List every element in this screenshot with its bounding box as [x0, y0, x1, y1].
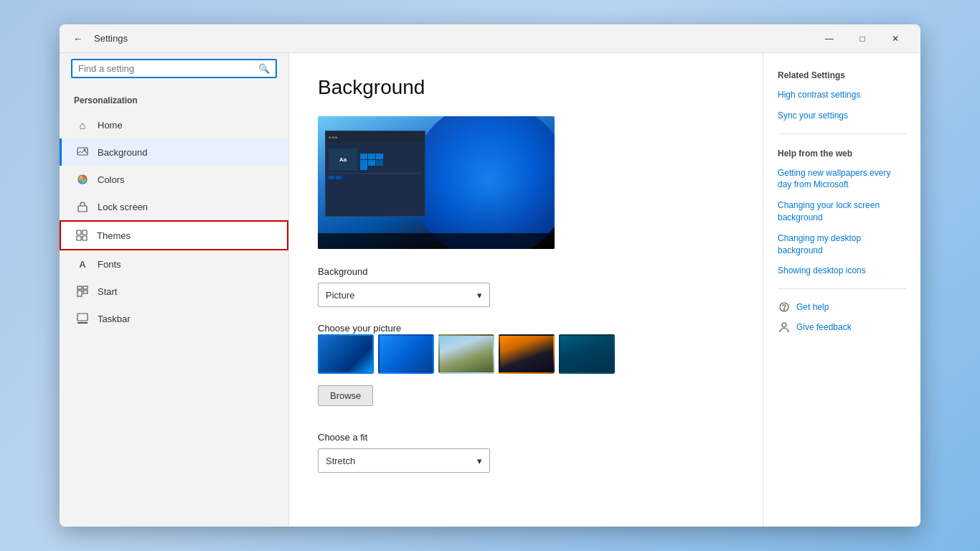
content-area: 🔍 Personalization ⌂ Home Background: [60, 53, 920, 527]
themes-icon: [75, 229, 88, 242]
search-box[interactable]: 🔍: [71, 59, 277, 78]
choose-picture-label: Choose your picture: [318, 323, 401, 334]
picture-thumb-3[interactable]: [438, 334, 494, 374]
svg-rect-12: [77, 314, 88, 321]
picture-thumb-5[interactable]: [559, 334, 615, 374]
svg-rect-13: [77, 322, 88, 324]
svg-rect-6: [77, 236, 81, 240]
choose-fit-label: Choose a fit: [318, 432, 734, 443]
preview-window-title: ■ ■ ■: [326, 131, 425, 143]
sidebar-item-label-taskbar: Taskbar: [98, 314, 131, 324]
sidebar: 🔍 Personalization ⌂ Home Background: [60, 53, 289, 527]
desktop-icons-link[interactable]: Showing desktop icons: [778, 265, 906, 277]
sidebar-item-taskbar[interactable]: Taskbar: [60, 305, 288, 332]
svg-point-1: [84, 149, 86, 151]
sidebar-item-label-background: Background: [98, 147, 147, 158]
search-input[interactable]: [78, 63, 258, 74]
sidebar-item-label-fonts: Fonts: [98, 259, 121, 270]
back-icon: ←: [73, 33, 83, 44]
preview-flower: [411, 116, 555, 249]
svg-rect-5: [83, 230, 87, 235]
give-feedback-icon: [778, 321, 791, 334]
sync-settings-link[interactable]: Sync your settings: [778, 110, 906, 122]
svg-rect-7: [83, 236, 87, 240]
lockscreen-icon: [76, 200, 89, 213]
related-settings-title: Related Settings: [778, 70, 906, 80]
sidebar-item-start[interactable]: Start: [60, 278, 288, 305]
sidebar-item-label-start: Start: [98, 286, 117, 297]
background-section: Background Picture ▾: [318, 266, 734, 307]
search-icon: 🔍: [258, 63, 270, 74]
help-web-title: Help from the web: [778, 149, 906, 159]
sidebar-item-home[interactable]: ⌂ Home: [60, 111, 288, 138]
background-preview: ■ ■ ■ Aa: [318, 116, 555, 249]
picture-thumb-2[interactable]: [378, 334, 434, 374]
back-button[interactable]: ←: [68, 29, 88, 49]
sidebar-item-label-colors: Colors: [98, 174, 125, 185]
get-help-label: Get help: [796, 302, 829, 312]
preview-settings-window: ■ ■ ■ Aa: [325, 131, 425, 217]
start-icon: [76, 285, 89, 298]
give-feedback-action[interactable]: Give feedback: [778, 321, 906, 334]
related-divider: [778, 133, 906, 134]
title-bar: ← Settings — □ ✕: [60, 24, 920, 53]
give-feedback-label: Give feedback: [796, 322, 852, 332]
picture-thumb-4[interactable]: [499, 334, 555, 374]
sidebar-item-colors[interactable]: Colors: [60, 166, 288, 193]
taskbar-icon: [76, 312, 89, 325]
sidebar-item-label-home: Home: [98, 120, 123, 131]
right-panel: Related Settings High contrast settings …: [763, 53, 920, 527]
svg-point-16: [782, 323, 786, 327]
new-wallpapers-link[interactable]: Getting new wallpapers every day from Mi…: [778, 167, 906, 192]
svg-point-15: [783, 309, 784, 310]
svg-rect-4: [77, 230, 81, 235]
settings-window: ← Settings — □ ✕ 🔍 Personalization ⌂ Hom…: [60, 24, 920, 527]
page-title: Background: [318, 76, 734, 99]
sidebar-item-background[interactable]: Background: [60, 138, 288, 166]
sidebar-item-lockscreen[interactable]: Lock screen: [60, 193, 288, 220]
window-controls: — □ ✕: [813, 24, 912, 53]
high-contrast-link[interactable]: High contrast settings: [778, 89, 906, 101]
fit-select[interactable]: Stretch ▾: [318, 448, 490, 473]
desktop-bg-link[interactable]: Changing my desktop background: [778, 232, 906, 257]
sidebar-item-themes[interactable]: Themes: [60, 220, 288, 250]
picture-thumb-1[interactable]: [318, 334, 374, 374]
svg-rect-8: [77, 286, 82, 289]
get-help-action[interactable]: Get help: [778, 301, 906, 314]
sidebar-item-fonts[interactable]: A Fonts: [60, 250, 288, 278]
maximize-button[interactable]: □: [846, 24, 879, 53]
choose-picture-section: Choose your picture Browse: [318, 321, 734, 420]
background-select[interactable]: Picture ▾: [318, 283, 490, 307]
home-icon: ⌂: [76, 118, 89, 131]
background-icon: [76, 146, 89, 159]
preview-taskbar: [318, 233, 555, 249]
colors-icon: [76, 173, 89, 186]
lock-screen-bg-link[interactable]: Changing your lock screen background: [778, 199, 906, 224]
svg-rect-11: [83, 291, 88, 293]
svg-rect-9: [83, 286, 88, 289]
picture-grid: [318, 334, 734, 374]
sidebar-item-label-themes: Themes: [97, 230, 131, 241]
sidebar-item-label-lockscreen: Lock screen: [98, 202, 148, 212]
close-button[interactable]: ✕: [879, 24, 912, 53]
svg-rect-3: [78, 206, 87, 212]
get-help-icon: [778, 301, 791, 314]
browse-button[interactable]: Browse: [318, 385, 373, 406]
svg-rect-10: [77, 291, 82, 296]
choose-fit-section: Choose a fit Stretch ▾: [318, 432, 734, 473]
background-select-value: Picture: [326, 290, 354, 301]
preview-aa-text: Aa: [339, 156, 347, 163]
main-content: Background ■ ■ ■ Aa: [289, 53, 763, 527]
fit-select-value: Stretch: [326, 456, 355, 466]
background-dropdown-label: Background: [318, 266, 734, 277]
sidebar-category: Personalization: [60, 87, 288, 111]
fit-dropdown-chevron-icon: ▾: [477, 456, 482, 466]
window-title: Settings: [94, 33, 813, 44]
dropdown-chevron-icon: ▾: [477, 290, 482, 301]
help-divider: [778, 288, 906, 289]
minimize-button[interactable]: —: [813, 24, 846, 53]
fonts-icon: A: [76, 258, 89, 270]
